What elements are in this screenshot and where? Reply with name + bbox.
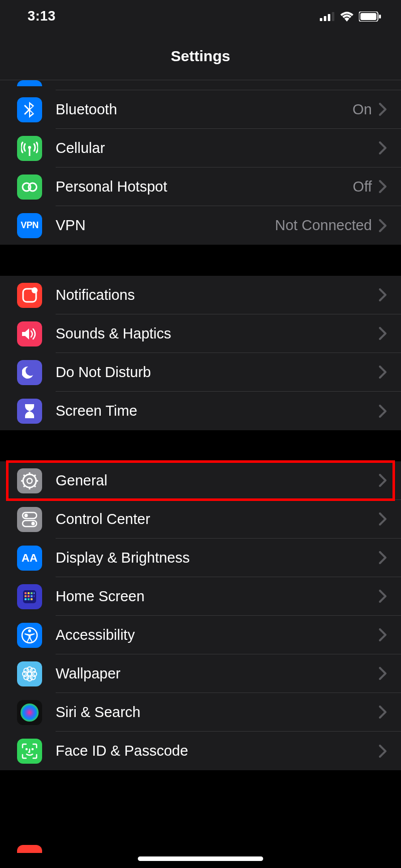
svg-rect-30 bbox=[31, 592, 33, 594]
svg-rect-31 bbox=[34, 592, 35, 594]
chevron-right-icon bbox=[379, 551, 387, 564]
row-label: Notifications bbox=[56, 287, 135, 303]
svg-line-19 bbox=[24, 475, 25, 476]
row-face-id[interactable]: Face ID & Passcode bbox=[0, 732, 401, 770]
status-indicators bbox=[320, 12, 381, 22]
svg-line-20 bbox=[34, 485, 36, 487]
notifications-icon bbox=[17, 283, 42, 308]
svg-point-24 bbox=[25, 513, 28, 517]
row-label: Display & Brightness bbox=[56, 550, 190, 566]
svg-rect-33 bbox=[28, 595, 30, 597]
cellular-icon bbox=[17, 136, 42, 161]
svg-rect-38 bbox=[31, 598, 33, 600]
row-label: Home Screen bbox=[56, 588, 144, 605]
chevron-right-icon bbox=[379, 141, 387, 154]
cellular-signal-icon bbox=[320, 12, 335, 21]
svg-point-48 bbox=[24, 674, 29, 679]
moon-icon bbox=[17, 360, 42, 385]
svg-point-42 bbox=[27, 667, 32, 672]
svg-line-22 bbox=[24, 485, 25, 487]
row-value: On bbox=[352, 101, 372, 118]
chevron-right-icon bbox=[379, 706, 387, 719]
text-size-icon: AA bbox=[17, 546, 42, 571]
home-screen-icon bbox=[17, 584, 42, 609]
row-home-screen[interactable]: Home Screen bbox=[0, 577, 401, 616]
chevron-right-icon bbox=[379, 366, 387, 379]
svg-point-46 bbox=[24, 668, 29, 673]
hourglass-icon bbox=[17, 399, 42, 424]
svg-point-14 bbox=[27, 478, 32, 483]
row-label: Sounds & Haptics bbox=[56, 325, 171, 342]
row-label: Siri & Search bbox=[56, 704, 140, 721]
svg-rect-0 bbox=[320, 18, 322, 21]
svg-point-12 bbox=[32, 287, 38, 293]
chevron-right-icon bbox=[379, 288, 387, 301]
row-accessibility[interactable]: Accessibility bbox=[0, 616, 401, 654]
chevron-right-icon bbox=[379, 667, 387, 680]
chevron-right-icon bbox=[379, 180, 387, 193]
siri-icon bbox=[17, 700, 42, 725]
svg-rect-3 bbox=[332, 12, 334, 21]
status-bar: 3:13 bbox=[0, 0, 401, 33]
header: Settings bbox=[0, 33, 401, 80]
row-label: Screen Time bbox=[56, 403, 137, 419]
svg-rect-29 bbox=[28, 592, 30, 594]
row-value: Not Connected bbox=[275, 217, 372, 234]
battery-icon bbox=[359, 12, 381, 22]
svg-rect-36 bbox=[25, 598, 27, 600]
chevron-right-icon bbox=[379, 745, 387, 758]
svg-point-51 bbox=[26, 749, 27, 750]
svg-rect-5 bbox=[360, 13, 376, 20]
svg-point-47 bbox=[31, 668, 36, 673]
row-partial-bottom bbox=[17, 845, 42, 853]
row-label: Face ID & Passcode bbox=[56, 743, 188, 759]
row-siri-search[interactable]: Siri & Search bbox=[0, 693, 401, 732]
row-control-center[interactable]: Control Center bbox=[0, 500, 401, 539]
row-vpn[interactable]: VPN VPN Not Connected bbox=[0, 206, 401, 245]
row-cellular[interactable]: Cellular bbox=[0, 129, 401, 167]
row-display-brightness[interactable]: AA Display & Brightness bbox=[0, 539, 401, 577]
svg-rect-32 bbox=[25, 595, 27, 597]
row-bluetooth[interactable]: Bluetooth On bbox=[0, 90, 401, 129]
svg-point-50 bbox=[21, 704, 39, 722]
row-personal-hotspot[interactable]: Personal Hotspot Off bbox=[0, 167, 401, 206]
row-label: General bbox=[56, 472, 107, 489]
chevron-right-icon bbox=[379, 512, 387, 526]
svg-rect-34 bbox=[31, 595, 33, 597]
row-screen-time[interactable]: Screen Time bbox=[0, 392, 401, 430]
chevron-right-icon bbox=[379, 628, 387, 641]
accessibility-icon bbox=[17, 623, 42, 648]
svg-point-52 bbox=[32, 749, 33, 750]
svg-rect-37 bbox=[28, 598, 30, 600]
svg-point-43 bbox=[27, 676, 32, 681]
settings-group-system: General Control Center AA Display & Brig… bbox=[0, 461, 401, 770]
home-indicator[interactable] bbox=[138, 856, 263, 861]
chevron-right-icon bbox=[379, 103, 387, 116]
row-label: Do Not Disturb bbox=[56, 364, 151, 381]
gear-icon bbox=[17, 468, 42, 493]
row-label: Wallpaper bbox=[56, 665, 120, 682]
row-sounds[interactable]: Sounds & Haptics bbox=[0, 314, 401, 353]
chevron-right-icon bbox=[379, 590, 387, 603]
row-do-not-disturb[interactable]: Do Not Disturb bbox=[0, 353, 401, 392]
row-general[interactable]: General bbox=[0, 461, 401, 500]
svg-rect-35 bbox=[34, 595, 35, 597]
row-notifications[interactable]: Notifications bbox=[0, 276, 401, 314]
bluetooth-icon bbox=[17, 97, 42, 122]
face-id-icon bbox=[17, 739, 42, 764]
svg-rect-28 bbox=[25, 592, 27, 594]
settings-group-alerts: Notifications Sounds & Haptics Do Not Di… bbox=[0, 276, 401, 430]
svg-rect-6 bbox=[379, 15, 381, 19]
wifi-icon bbox=[340, 12, 354, 22]
row-wallpaper[interactable]: Wallpaper bbox=[0, 654, 401, 693]
row-value: Off bbox=[353, 179, 372, 195]
flower-icon bbox=[17, 661, 42, 686]
settings-group-connectivity: Bluetooth On Cellular Personal Hotspot O… bbox=[0, 80, 401, 245]
chevron-right-icon bbox=[379, 405, 387, 418]
chevron-right-icon bbox=[379, 474, 387, 487]
row-label: Control Center bbox=[56, 511, 150, 528]
svg-line-21 bbox=[34, 475, 36, 476]
svg-point-45 bbox=[32, 671, 37, 676]
svg-rect-8 bbox=[29, 147, 31, 156]
svg-rect-2 bbox=[328, 14, 330, 21]
